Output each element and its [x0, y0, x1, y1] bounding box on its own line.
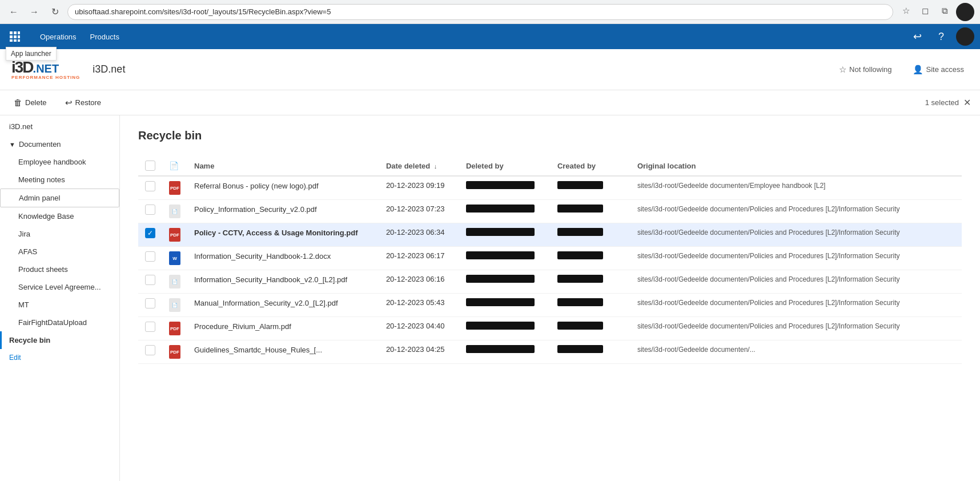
site-logo[interactable]: i3D .NET PERFORMANCE HOSTING i3D.net: [11, 59, 125, 80]
created-by-redacted: [557, 345, 603, 353]
row-checkbox[interactable]: [145, 251, 155, 262]
user-avatar[interactable]: [956, 27, 974, 46]
sidebar-item-knowledge-base[interactable]: Knowledge Base: [0, 207, 119, 225]
row-checkbox[interactable]: [145, 298, 155, 308]
table-row: 📄 Information_Security_Handbook_v2.0_[L2…: [138, 270, 962, 294]
th-checkbox: [138, 156, 162, 176]
cell-deleted-by: [459, 294, 551, 317]
name-col-label: Name: [194, 162, 214, 170]
nav-products[interactable]: Products: [83, 30, 126, 43]
nav-operations[interactable]: Operations: [33, 30, 83, 43]
sidebar-item-employee-handbook[interactable]: Employee handbook: [0, 153, 119, 171]
site-access-button[interactable]: 👤 Site access: [908, 62, 969, 77]
th-deleted-by[interactable]: Deleted by: [459, 156, 551, 176]
not-following-button[interactable]: ☆ Not following: [834, 62, 896, 77]
help-icon[interactable]: ?: [932, 27, 950, 46]
cell-checkbox[interactable]: [138, 294, 162, 317]
cell-original-location: sites/i3d-root/Gedeelde documenten/Emplo…: [630, 176, 962, 200]
svg-rect-1: [14, 31, 17, 34]
cell-checkbox[interactable]: [138, 340, 162, 364]
deleted-by-redacted: [466, 181, 535, 189]
sidebar-item-product-sheets[interactable]: Product sheets: [0, 260, 119, 278]
cell-original-location: sites/i3d-root/Gedeelde documenten/Polic…: [630, 223, 962, 247]
cell-name[interactable]: Information_Security_Handbook-1.2.docx: [187, 247, 379, 270]
row-checkbox[interactable]: [145, 181, 155, 191]
people-icon: 👤: [913, 65, 923, 75]
forward-button[interactable]: →: [26, 4, 42, 20]
th-date-deleted[interactable]: Date deleted ↓: [379, 156, 459, 176]
sidebar-item-i3dnet[interactable]: i3D.net: [0, 118, 119, 135]
restore-label: Restore: [75, 98, 102, 107]
cell-name[interactable]: Procedure_Rivium_Alarm.pdf: [187, 317, 379, 340]
cell-checkbox[interactable]: [138, 176, 162, 200]
star-icon: ☆: [839, 65, 846, 75]
action-toolbar: 🗑 Delete ↩ Restore 1 selected ✕: [0, 90, 980, 115]
sidebar-item-mt[interactable]: MT: [0, 296, 119, 314]
url-bar[interactable]: [67, 4, 893, 20]
bookmark-icon[interactable]: ☆: [898, 3, 914, 19]
svg-rect-6: [10, 39, 13, 42]
th-created-by[interactable]: Created by: [551, 156, 630, 176]
cell-checkbox[interactable]: ✓: [138, 223, 162, 247]
cell-date-deleted: 20-12-2023 06:17: [379, 247, 459, 270]
profile-avatar[interactable]: [956, 3, 974, 21]
cell-checkbox[interactable]: [138, 270, 162, 294]
deleted-by-redacted: [466, 298, 535, 306]
selected-count-label: 1 selected: [925, 98, 959, 107]
date-deleted-label: Date deleted: [386, 162, 430, 170]
th-name[interactable]: Name: [187, 156, 379, 176]
app-launcher-button[interactable]: [6, 27, 24, 46]
sidebar-item-fairfight[interactable]: FairFightDataUpload: [0, 314, 119, 331]
main-layout: i3D.net ▼ Documenten Employee handbook M…: [0, 115, 980, 481]
cell-name[interactable]: Referral Bonus - policy (new logo).pdf: [187, 176, 379, 200]
restore-button[interactable]: ↩ Restore: [61, 95, 106, 110]
refresh-button[interactable]: ↻: [47, 4, 63, 20]
clear-selection-button[interactable]: ✕: [963, 97, 971, 108]
file-icon: 📄: [169, 298, 180, 312]
split-view-icon[interactable]: ⧉: [937, 3, 953, 19]
cell-deleted-by: [459, 270, 551, 294]
sidebar-item-documenten[interactable]: ▼ Documenten: [0, 135, 119, 153]
cell-checkbox[interactable]: [138, 247, 162, 270]
extension-icon[interactable]: ◻: [917, 3, 933, 19]
sidebar-item-sla[interactable]: Service Level Agreeme...: [0, 278, 119, 296]
select-all-checkbox[interactable]: [145, 161, 155, 171]
cell-checkbox[interactable]: [138, 317, 162, 340]
ms365-right-actions: ↩ ?: [908, 27, 974, 46]
documenten-label: Documenten: [19, 140, 61, 149]
created-by-redacted: [557, 322, 603, 330]
file-name-label: Procedure_Rivium_Alarm.pdf: [194, 322, 291, 331]
row-checkbox[interactable]: [145, 205, 155, 215]
delete-label: Delete: [25, 98, 47, 107]
cell-name[interactable]: Guidelines_Smartdc_House_Rules_[...: [187, 340, 379, 364]
cell-name[interactable]: Policy_Information_Security_v2.0.pdf: [187, 200, 379, 223]
row-checkbox[interactable]: [145, 345, 155, 355]
th-original-location[interactable]: Original location: [630, 156, 962, 176]
row-checkbox[interactable]: [145, 275, 155, 285]
cell-checkbox[interactable]: [138, 200, 162, 223]
page-title: Recycle bin: [138, 129, 962, 142]
sidebar-item-admin-panel[interactable]: Admin panel: [0, 189, 119, 207]
created-by-redacted: [557, 251, 603, 259]
sp-header: i3D .NET PERFORMANCE HOSTING i3D.net ☆ N…: [0, 49, 980, 90]
logo-dot-net: .NET: [33, 63, 59, 74]
sidebar-item-meeting-notes[interactable]: Meeting notes: [0, 171, 119, 189]
sidebar-item-jira[interactable]: Jira: [0, 225, 119, 243]
sidebar-item-edit[interactable]: Edit: [0, 349, 119, 366]
cell-name[interactable]: Policy - CCTV, Access & Usage Monitoring…: [187, 223, 379, 247]
back-button[interactable]: ←: [6, 4, 22, 20]
sidebar-item-recycle-bin[interactable]: Recycle bin: [0, 331, 119, 349]
delete-button[interactable]: 🗑 Delete: [9, 95, 51, 110]
logo-subtitle: PERFORMANCE HOSTING: [11, 75, 80, 80]
cell-name[interactable]: Information_Security_Handbook_v2.0_[L2].…: [187, 270, 379, 294]
created-by-redacted: [557, 228, 603, 236]
cell-name[interactable]: Manual_Information_Security_v2.0_[L2].pd…: [187, 294, 379, 317]
row-checkbox[interactable]: ✓: [145, 228, 155, 238]
svg-rect-4: [14, 35, 17, 38]
cell-created-by: [551, 270, 630, 294]
sidebar-item-afas[interactable]: AFAS: [0, 243, 119, 260]
reply-icon[interactable]: ↩: [908, 27, 926, 46]
row-checkbox[interactable]: [145, 322, 155, 332]
th-file-icon: 📄: [162, 156, 187, 176]
cell-original-location: sites/i3d-root/Gedeelde documenten/Polic…: [630, 247, 962, 270]
